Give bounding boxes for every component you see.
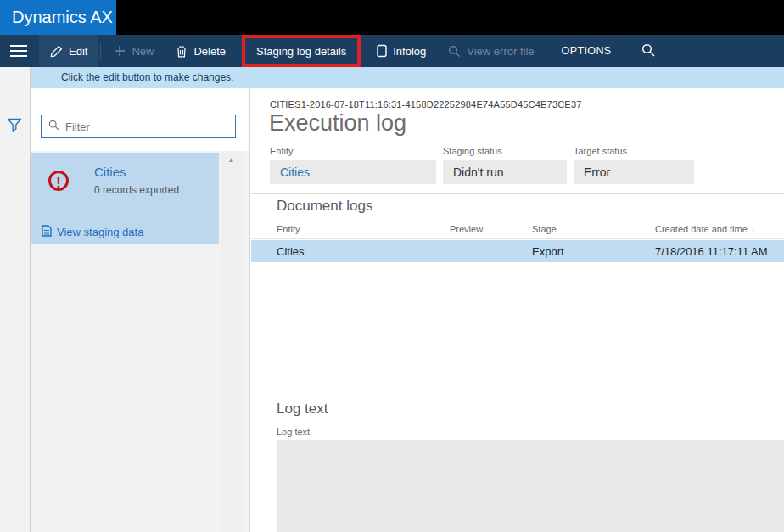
info-message-bar: Click the edit button to make changes. <box>30 67 784 88</box>
view-error-file-button[interactable]: View error file <box>437 35 545 67</box>
col-header-stage[interactable]: Stage <box>532 224 655 234</box>
scrollbar-up-arrow-icon[interactable]: ▲ <box>221 151 242 164</box>
staging-document-icon <box>42 225 52 239</box>
col-header-preview[interactable]: Preview <box>450 224 532 234</box>
document-logs-title: Document logs <box>277 198 372 215</box>
execution-log-panel: CITIES1-2016-07-18T11:16:31-4158D2225298… <box>251 88 784 532</box>
row-cell-created: 7/18/2016 11:17:11 AM <box>655 245 784 258</box>
options-button[interactable]: OPTIONS <box>551 35 623 67</box>
infolog-button[interactable]: Infolog <box>366 35 437 67</box>
section-divider <box>251 395 784 395</box>
search-icon[interactable] <box>638 40 658 63</box>
execution-record-id: CITIES1-2016-07-18T11:16:31-4158D2225298… <box>270 99 582 109</box>
entity-field-value[interactable]: Cities <box>270 160 436 184</box>
edit-label: Edit <box>69 45 87 58</box>
left-rail <box>0 67 31 532</box>
error-status-icon: ! <box>48 171 69 191</box>
entity-card-cities[interactable]: ! Cities 0 records exported View staging… <box>31 153 219 244</box>
delete-button[interactable]: Delete <box>165 35 237 67</box>
plus-icon <box>114 45 126 57</box>
col-header-entity[interactable]: Entity <box>251 224 450 234</box>
trash-icon <box>176 45 188 58</box>
entity-card-title: Cities <box>94 165 126 179</box>
entity-list-pane: ! Cities 0 records exported View staging… <box>31 88 250 532</box>
field-staging-status: Staging status Didn't run <box>443 146 567 184</box>
dynamics-ax-window: Dynamics AX Edit New Delete Staging log … <box>0 0 784 532</box>
document-log-row[interactable]: Cities Export 7/18/2016 11:17:11 AM <box>251 240 784 262</box>
row-cell-entity: Cities <box>251 245 450 258</box>
toolbar-separator <box>100 42 101 60</box>
field-target-status: Target status Error <box>574 146 694 184</box>
log-text-field-label: Log text <box>277 427 310 437</box>
target-status-label: Target status <box>574 146 694 156</box>
created-header-label: Created date and time <box>655 224 748 234</box>
log-text-section-title: Log text <box>277 400 328 417</box>
staging-status-label: Staging status <box>443 146 567 156</box>
page-title: Execution log <box>269 110 406 137</box>
section-divider <box>251 193 784 194</box>
magnifier-icon <box>448 45 461 58</box>
view-staging-data-link[interactable]: View staging data <box>42 225 143 239</box>
filter-search-box <box>41 115 236 138</box>
options-label: OPTIONS <box>562 45 612 57</box>
action-toolbar: Edit New Delete Staging log details Info… <box>0 35 784 67</box>
annotation-highlight-box: Staging log details <box>242 35 361 67</box>
staging-log-details-button[interactable]: Staging log details <box>245 38 357 64</box>
staging-log-details-label: Staging log details <box>256 45 346 58</box>
delete-label: Delete <box>193 45 226 58</box>
pencil-icon <box>50 45 63 58</box>
target-status-value: Error <box>574 160 694 184</box>
search-icon-small <box>48 119 59 134</box>
sidebar-scrollbar[interactable]: ▲ <box>221 151 242 532</box>
field-entity: Entity Cities <box>270 146 436 184</box>
staging-status-value: Didn't run <box>443 160 567 184</box>
entity-list-area: ! Cities 0 records exported View staging… <box>31 151 249 532</box>
hamburger-menu-icon[interactable] <box>7 41 31 61</box>
sort-descending-icon: ↓ <box>751 224 756 234</box>
infolog-icon <box>377 44 387 58</box>
infolog-label: Infolog <box>393 45 426 58</box>
log-text-area[interactable] <box>277 440 784 532</box>
new-label: New <box>132 45 154 58</box>
view-error-file-label: View error file <box>467 45 534 58</box>
entity-card-subtitle: 0 records exported <box>94 184 179 196</box>
document-logs-header-row: Entity Preview Stage Created date and ti… <box>251 220 784 239</box>
row-cell-stage: Export <box>532 245 655 258</box>
app-logo[interactable]: Dynamics AX <box>0 0 116 35</box>
filter-funnel-icon[interactable] <box>7 118 22 135</box>
new-button[interactable]: New <box>103 35 165 67</box>
entity-field-label: Entity <box>270 146 436 156</box>
top-bar: Dynamics AX <box>0 0 784 35</box>
col-header-created[interactable]: Created date and time↓ <box>655 224 784 234</box>
view-staging-data-label: View staging data <box>57 226 143 238</box>
edit-button[interactable]: Edit <box>39 35 98 67</box>
filter-input[interactable] <box>65 120 218 133</box>
